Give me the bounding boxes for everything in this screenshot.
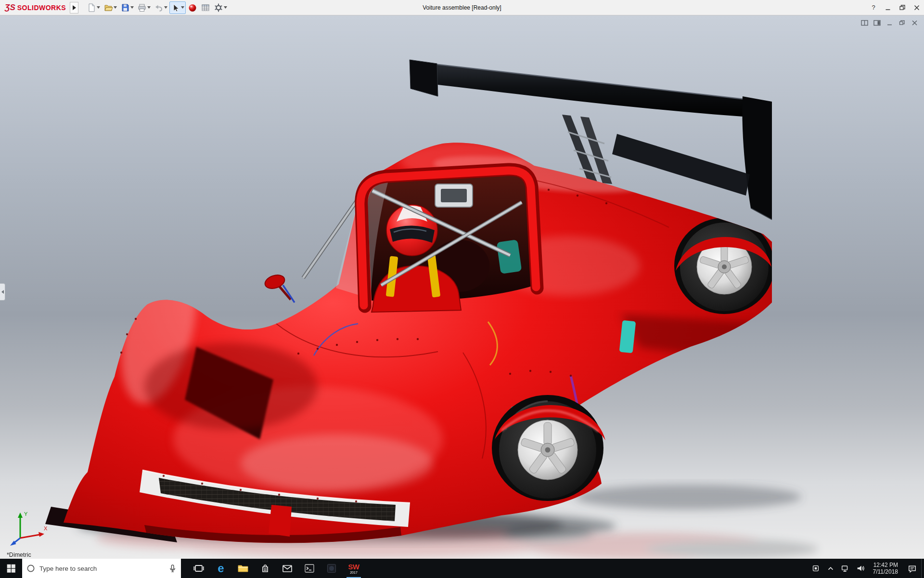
restore-icon bbox=[899, 20, 905, 26]
dropdown-caret-icon bbox=[147, 6, 151, 9]
file-explorer-icon bbox=[237, 563, 249, 574]
minimize-button[interactable] bbox=[881, 0, 895, 15]
split-pane-icon bbox=[861, 20, 868, 26]
ds-logo-mark: ƷS bbox=[5, 3, 15, 13]
design-table-icon bbox=[201, 3, 210, 13]
triad-x-label: X bbox=[44, 525, 48, 531]
play-arrow-icon bbox=[72, 5, 76, 10]
undo-button[interactable] bbox=[153, 1, 169, 14]
solidworks-app-button[interactable]: SW 2017 bbox=[343, 559, 365, 578]
child-window-controls bbox=[860, 18, 919, 27]
open-button[interactable] bbox=[102, 1, 118, 14]
standard-toolbar bbox=[85, 1, 229, 14]
viewport-split-button[interactable] bbox=[860, 18, 869, 27]
clock-date: 7/11/2018 bbox=[873, 568, 898, 575]
triad-y-label: Y bbox=[24, 511, 28, 517]
system-tray: 12:42 PM 7/11/2018 bbox=[808, 559, 924, 578]
tray-app-icon bbox=[811, 564, 820, 573]
windows-logo-icon bbox=[6, 564, 16, 573]
taskbar: e bbox=[0, 559, 924, 578]
graphics-area: Y X *Dimetric bbox=[0, 15, 924, 559]
save-button[interactable] bbox=[119, 1, 135, 14]
design-table-button[interactable] bbox=[199, 1, 212, 14]
reference-triad: Y X bbox=[6, 507, 51, 548]
view-orientation-label: *Dimetric bbox=[7, 552, 31, 558]
edit-appearance-button[interactable] bbox=[186, 1, 199, 14]
minimize-icon bbox=[886, 20, 893, 26]
network-button[interactable] bbox=[837, 559, 853, 578]
cortana-icon bbox=[26, 564, 36, 573]
minimize-icon bbox=[885, 4, 891, 11]
save-floppy-icon bbox=[120, 3, 130, 13]
taskbar-spacer bbox=[181, 559, 188, 578]
pane-icon bbox=[873, 20, 881, 26]
start-button[interactable] bbox=[0, 559, 22, 578]
featuremanager-flyout-tab[interactable] bbox=[0, 283, 5, 301]
window-controls: ? bbox=[866, 0, 924, 15]
maximize-button[interactable] bbox=[895, 0, 910, 15]
volume-button[interactable] bbox=[853, 559, 868, 578]
window-title: Voiture assemblee [Read-only] bbox=[423, 4, 501, 11]
printer-icon bbox=[137, 3, 147, 13]
close-icon bbox=[913, 4, 920, 11]
chevron-up-icon bbox=[827, 565, 834, 572]
viewport-pane-button[interactable] bbox=[872, 18, 882, 27]
print-button[interactable] bbox=[136, 1, 152, 14]
file-explorer-button[interactable] bbox=[232, 559, 254, 578]
options-gear-icon bbox=[214, 3, 223, 13]
dropdown-caret-icon bbox=[114, 6, 117, 9]
task-view-icon bbox=[193, 563, 205, 574]
solidworks-app-icon: SW 2017 bbox=[348, 563, 359, 574]
action-center-button[interactable] bbox=[903, 559, 921, 578]
search-input[interactable] bbox=[39, 565, 164, 572]
child-restore-button[interactable] bbox=[897, 18, 907, 27]
close-button[interactable] bbox=[910, 0, 924, 15]
screen: ƷS SOLIDWORKS bbox=[0, 0, 924, 578]
command-prompt-icon bbox=[304, 563, 315, 574]
close-icon bbox=[911, 20, 918, 26]
open-folder-icon bbox=[103, 3, 113, 13]
edge-browser-button[interactable]: e bbox=[210, 559, 232, 578]
clock-time: 12:42 PM bbox=[873, 562, 898, 568]
mail-envelope-icon bbox=[282, 563, 293, 574]
microphone-icon[interactable] bbox=[167, 564, 177, 573]
show-desktop-button[interactable] bbox=[921, 559, 924, 578]
options-button[interactable] bbox=[212, 1, 229, 14]
titlebar: ƷS SOLIDWORKS bbox=[0, 0, 924, 15]
menu-expand-arrow[interactable] bbox=[70, 2, 78, 13]
command-prompt-button[interactable] bbox=[298, 559, 321, 578]
dropdown-caret-icon bbox=[164, 6, 167, 9]
select-tool-button[interactable] bbox=[169, 1, 186, 14]
store-button[interactable] bbox=[254, 559, 276, 578]
new-document-icon bbox=[87, 3, 96, 13]
dropdown-caret-icon bbox=[224, 6, 227, 9]
restore-icon bbox=[899, 4, 906, 11]
undo-arrow-icon bbox=[154, 3, 164, 13]
task-view-button[interactable] bbox=[188, 559, 210, 578]
speaker-icon bbox=[856, 564, 865, 573]
hidden-icons-button[interactable] bbox=[824, 559, 837, 578]
child-close-button[interactable] bbox=[910, 18, 919, 27]
taskbar-search[interactable] bbox=[22, 559, 181, 578]
solidworks-logo-text: SOLIDWORKS bbox=[17, 4, 66, 12]
select-cursor-icon bbox=[171, 3, 180, 13]
3d-model-viewport[interactable] bbox=[0, 15, 924, 559]
help-button[interactable]: ? bbox=[866, 0, 881, 15]
edge-icon: e bbox=[215, 562, 227, 575]
dark-app-button[interactable] bbox=[321, 559, 343, 578]
action-center-icon bbox=[908, 564, 917, 573]
appearance-sphere-icon bbox=[188, 3, 197, 13]
dropdown-caret-icon bbox=[181, 6, 184, 9]
new-document-button[interactable] bbox=[85, 1, 102, 14]
dropdown-caret-icon bbox=[97, 6, 100, 9]
svg-text:e: e bbox=[218, 562, 224, 575]
taskbar-clock[interactable]: 12:42 PM 7/11/2018 bbox=[868, 559, 903, 578]
dark-app-icon bbox=[326, 563, 337, 574]
dropdown-caret-icon bbox=[130, 6, 134, 9]
mail-button[interactable] bbox=[276, 559, 298, 578]
solidworks-logo: ƷS SOLIDWORKS bbox=[0, 3, 70, 13]
tray-app-button[interactable] bbox=[808, 559, 824, 578]
child-minimize-button[interactable] bbox=[885, 18, 894, 27]
chevron-left-icon bbox=[1, 290, 4, 294]
store-bag-icon bbox=[259, 563, 271, 574]
